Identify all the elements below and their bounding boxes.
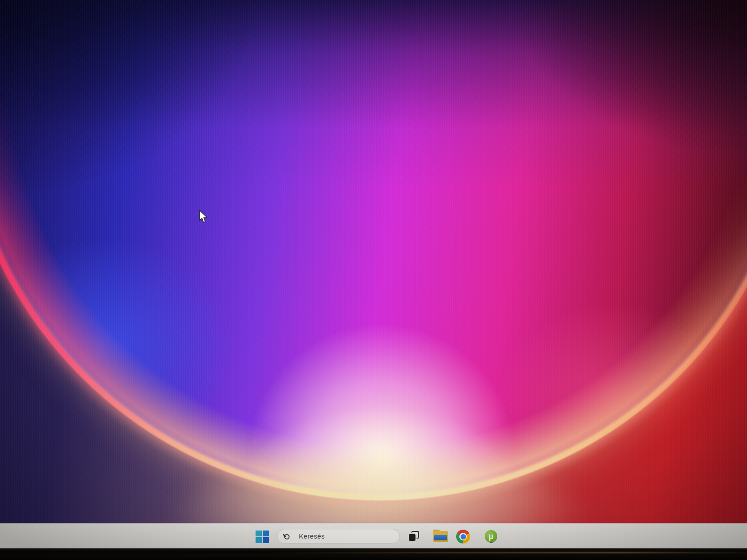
start-button[interactable] [256, 531, 269, 543]
taskbar: Keresés µ [0, 523, 747, 549]
chrome-button[interactable] [456, 530, 470, 543]
windows-logo-icon [256, 531, 262, 536]
utorrent-running-indicator [490, 542, 493, 543]
file-explorer-button[interactable] [433, 530, 448, 542]
search-box[interactable]: Keresés [277, 529, 400, 543]
bezel-reflection [261, 552, 747, 553]
utorrent-button[interactable]: µ [485, 530, 497, 543]
search-icon [283, 533, 290, 540]
search-placeholder-text: Keresés [299, 532, 325, 540]
task-view-button[interactable] [409, 531, 419, 541]
utorrent-icon: µ [489, 532, 494, 540]
photographed-monitor: Keresés µ [0, 0, 747, 560]
monitor-bezel [0, 548, 747, 560]
